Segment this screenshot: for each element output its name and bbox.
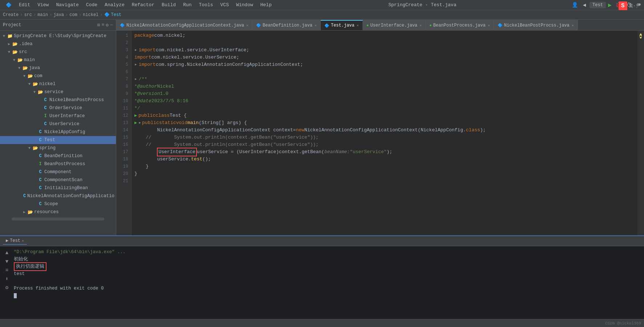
menu-item-refactor[interactable]: Refactor	[129, 1, 157, 8]
menu-item-vcs[interactable]: VCS	[218, 1, 232, 8]
menu-item-file[interactable]: 🔷	[3, 1, 15, 9]
tab-close-test[interactable]: ✕	[357, 23, 359, 28]
project-folder-icon: 📁	[7, 33, 13, 39]
tab-close-beanDef[interactable]: ✕	[315, 23, 317, 28]
line-num-2: 2	[116, 39, 131, 47]
tree-item-com[interactable]: ▼ 📂 com	[0, 72, 116, 80]
tab-nickelBeanPost[interactable]: 🔷 NickelBeanPostProcss.java ✕	[494, 20, 578, 30]
term-process-text: Process finished with exit code 0	[14, 285, 104, 292]
menu-bar: 🔷 Edit View Navigate Code Analyze Refact…	[0, 0, 644, 10]
spring-folder-icon: 📂	[32, 145, 39, 151]
breadcrumb-sep-5: ›	[79, 12, 81, 17]
tree-item-initializingBean[interactable]: C InitializingBean	[0, 184, 116, 192]
term-up-icon[interactable]: ▲	[5, 249, 8, 256]
nickel-folder-icon: 📂	[32, 81, 39, 87]
tree-item-nickel[interactable]: ▼ 📂 nickel	[0, 80, 116, 88]
sidebar-icon-close[interactable]: —	[110, 22, 113, 28]
highlight-userInterface: UserInterface	[157, 148, 197, 156]
tree-item-scope[interactable]: C Scope	[0, 200, 116, 208]
sidebar-icon-structure[interactable]: ⊞	[97, 22, 100, 28]
menu-item-build[interactable]: Build	[159, 1, 179, 8]
resources-folder-icon: 📂	[27, 210, 33, 215]
term-down-icon[interactable]: ▼	[5, 258, 8, 265]
tree-item-beanPostProcess[interactable]: I BeanPostProcess	[0, 160, 116, 168]
tab-label-nickelBeanPost: NickelBeanPostProcss.java	[504, 23, 570, 28]
tab-nickelAnnotation[interactable]: 🔷 NickelAnnotationConfigApplicationConte…	[116, 20, 252, 30]
javadoc-author-tag: @author	[137, 83, 157, 90]
tree-item-userService[interactable]: C UserService	[0, 120, 116, 128]
term-line-1: "D:\Program File\jdk\64\bin\java.exe" ..…	[14, 248, 641, 256]
tree-item-main[interactable]: ▼ 📂 main	[0, 56, 116, 64]
breadcrumb-com[interactable]: com	[69, 12, 77, 17]
menu-item-edit[interactable]: Edit	[16, 1, 33, 8]
tab-userInterface[interactable]: ● UserInterface.java ✕	[363, 20, 426, 30]
tab-icon-beanDef: 🔷	[256, 23, 261, 28]
sidebar-icon-settings[interactable]: ⚙	[106, 22, 109, 28]
menu-item-analyze[interactable]: Analyze	[102, 1, 127, 8]
tab-close-beanPostProcess[interactable]: ✕	[488, 23, 490, 28]
sidebar-scrollbar[interactable]	[12, 218, 104, 220]
tab-beanPostProcess[interactable]: ● BeanPostProcess.java ✕	[426, 20, 494, 30]
tree-item-nickelBeanPost[interactable]: C NickelBeanPostProcss	[0, 96, 116, 104]
line18-indent: userService.	[134, 156, 191, 163]
tab-test[interactable]: 🔷 Test.java ✕	[321, 20, 363, 30]
tree-item-userInterface[interactable]: I UserInterface	[0, 112, 116, 120]
tree-arrow-service: ▼	[32, 90, 37, 94]
sidebar-icon-collapse[interactable]: ≡	[102, 22, 105, 28]
terminal-tab-test[interactable]: ▶ Test ✕	[3, 237, 27, 245]
tree-item-orderService[interactable]: C OrderService	[0, 104, 116, 112]
code-line-9: * @version 1.0	[134, 90, 637, 97]
breadcrumb-test[interactable]: Test	[111, 12, 122, 17]
tree-item-commponentScan[interactable]: C CommponentScan	[0, 176, 116, 184]
breadcrumb-main[interactable]: main	[37, 12, 48, 17]
tree-item-nickelAnnotation[interactable]: C NickelAnnotationConfigApplicatio	[0, 192, 116, 200]
tree-item-spring[interactable]: ▼ 📂 spring	[0, 144, 116, 152]
tree-item-beanDefinition[interactable]: C BeanDefinition	[0, 152, 116, 160]
menu-item-tools[interactable]: Tools	[196, 1, 216, 8]
term-init-text: 初始化	[14, 256, 28, 263]
tree-label-commponent: Commponent	[44, 170, 72, 175]
terminal-tab-close[interactable]: ✕	[22, 239, 24, 243]
term-settings-icon[interactable]: ⚙	[5, 284, 8, 291]
tab-close-nickelBeanPost[interactable]: ✕	[572, 23, 574, 28]
tree-item-idea[interactable]: ▶ 📂 .idea	[0, 40, 116, 48]
menu-item-code[interactable]: Code	[83, 1, 100, 8]
tree-item-resources[interactable]: ▶ 📂 resources	[0, 208, 116, 216]
tree-item-src[interactable]: ▼ 📂 src	[0, 48, 116, 56]
breadcrumb-nickel[interactable]: nickel	[83, 12, 98, 17]
tab-close-nickelAnnotation[interactable]: ✕	[246, 23, 248, 28]
tab-label-beanDef: BeanDefinition.java	[263, 23, 312, 28]
breadcrumb-java[interactable]: java	[53, 12, 64, 17]
tree-item-project[interactable]: ▼ 📁 SpringCreate E:\Study\SpringCreate	[0, 32, 116, 40]
import-5: com.spring.NickelAnnotationConfigApplica…	[156, 61, 303, 68]
tree-item-service[interactable]: ▼ 📂 service	[0, 88, 116, 96]
tab-close-userInterface[interactable]: ✕	[420, 23, 422, 28]
user-icon[interactable]: 👤	[570, 1, 579, 9]
menu-item-navigate[interactable]: Navigate	[53, 1, 81, 8]
run-config-selector[interactable]: Test	[590, 2, 606, 8]
term-stream-icon[interactable]: ≡	[5, 267, 8, 274]
menu-item-view[interactable]: View	[35, 1, 52, 8]
tree-item-nickelAppConfig[interactable]: C NickelAppConfig	[0, 128, 116, 136]
breadcrumb-src[interactable]: src	[24, 12, 32, 17]
run-button[interactable]: ▶	[608, 1, 612, 9]
pkg-name: com.nickel;	[154, 32, 186, 39]
term-export-icon[interactable]: ⬆	[5, 275, 8, 283]
breadcrumb-create[interactable]: Create	[3, 12, 19, 17]
tree-item-test[interactable]: C Test	[0, 136, 116, 144]
tree-label-service: service	[44, 89, 64, 95]
term-cursor-line	[14, 292, 641, 299]
menu-item-window[interactable]: Window	[233, 1, 256, 8]
code-line-2	[134, 39, 637, 47]
tree-arrow-java: ▼	[17, 66, 22, 70]
back-icon[interactable]: ◀	[582, 1, 587, 9]
line-num-8: 8	[116, 83, 131, 90]
code-content[interactable]: package com.nickel; ▸ import com.nickel.…	[131, 31, 637, 235]
line-num-13: 13	[116, 119, 131, 127]
tree-item-java[interactable]: ▼ 📂 java	[0, 64, 116, 72]
tree-item-commponent[interactable]: C Commponent	[0, 168, 116, 176]
tab-beanDefinition[interactable]: 🔷 BeanDefinition.java ✕	[252, 20, 321, 30]
menu-item-run[interactable]: Run	[180, 1, 194, 8]
run-arrow-12: ▶	[134, 112, 137, 119]
menu-item-help[interactable]: Help	[258, 1, 275, 8]
